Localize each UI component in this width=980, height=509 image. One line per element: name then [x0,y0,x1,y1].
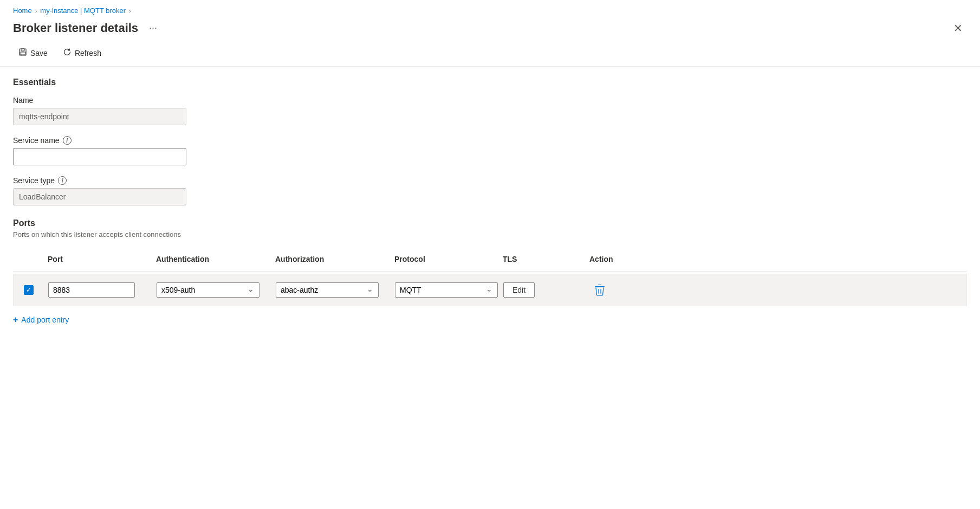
tls-edit-button[interactable]: Edit [503,282,535,298]
delete-icon [594,284,605,296]
column-header-protocol: Protocol [390,252,498,267]
save-button[interactable]: Save [13,44,53,62]
action-cell [586,279,651,301]
column-header-authentication: Authentication [152,252,271,267]
ports-section: Ports Ports on which this listener accep… [13,218,967,329]
authentication-select-wrapper: x509-auth none [157,282,259,298]
protocol-select-wrapper: MQTT MQTTS [395,282,498,298]
refresh-label: Refresh [75,49,101,57]
port-input[interactable] [48,282,135,298]
breadcrumb-home[interactable]: Home [13,7,32,15]
authorization-cell: abac-authz none [271,279,391,301]
ports-table-header: Port Authentication Authorization Protoc… [13,247,967,272]
breadcrumb-chevron-1: › [35,8,37,14]
name-field-group: Name mqtts-endpoint [13,96,967,125]
table-row: ✓ x509-auth none [13,274,967,306]
close-button[interactable]: ✕ [949,21,967,36]
panel-header: Broker listener details ··· ✕ [0,18,980,40]
svg-rect-2 [20,52,25,55]
port-input-cell [44,279,152,301]
authorization-select-wrapper: abac-authz none [276,282,379,298]
add-port-button[interactable]: + Add port entry [13,311,69,329]
protocol-cell: MQTT MQTTS [391,279,499,301]
name-label: Name [13,96,967,105]
ellipsis-menu-button[interactable]: ··· [145,20,161,36]
protocol-select[interactable]: MQTT MQTTS [395,282,498,298]
ports-section-title: Ports [13,218,967,228]
tls-cell: Edit [499,279,586,301]
add-port-plus-icon: + [13,315,18,325]
column-header-authorization: Authorization [271,252,390,267]
breadcrumb-chevron-2: › [129,8,131,14]
toolbar: Save Refresh [0,40,980,67]
add-port-label: Add port entry [21,315,69,324]
service-type-field-group: Service type i LoadBalancer [13,176,967,205]
checkmark-icon: ✓ [26,287,31,293]
essentials-section-title: Essentials [13,78,967,87]
delete-row-button[interactable] [590,282,609,298]
service-type-value: LoadBalancer [13,188,186,205]
service-type-info-icon[interactable]: i [58,176,67,185]
refresh-button[interactable]: Refresh [57,44,107,62]
panel-title-group: Broker listener details ··· [13,20,161,36]
page-title: Broker listener details [13,21,138,35]
content-area: Essentials Name mqtts-endpoint Service n… [0,69,980,338]
column-header-action: Action [585,252,650,267]
row-checkbox-cell: ✓ [14,282,44,298]
save-icon [18,48,27,59]
column-header-tls: TLS [498,252,585,267]
svg-rect-3 [595,286,605,287]
breadcrumb: Home › my-instance | MQTT broker › [0,0,980,18]
authentication-select[interactable]: x509-auth none [157,282,259,298]
name-value: mqtts-endpoint [13,108,186,125]
column-header-checkbox [13,252,43,267]
breadcrumb-instance[interactable]: my-instance | MQTT broker [40,7,126,15]
column-header-port: Port [43,252,152,267]
service-name-input[interactable] [13,148,186,165]
service-type-label: Service type i [13,176,967,185]
authentication-cell: x509-auth none [152,279,271,301]
service-name-info-icon[interactable]: i [63,136,72,145]
save-label: Save [30,49,48,57]
authorization-select[interactable]: abac-authz none [276,282,379,298]
ports-section-subtitle: Ports on which this listener accepts cli… [13,230,967,239]
row-checkbox[interactable]: ✓ [24,285,34,295]
refresh-icon [63,48,72,59]
service-name-field-group: Service name i [13,136,967,165]
service-name-label: Service name i [13,136,967,145]
